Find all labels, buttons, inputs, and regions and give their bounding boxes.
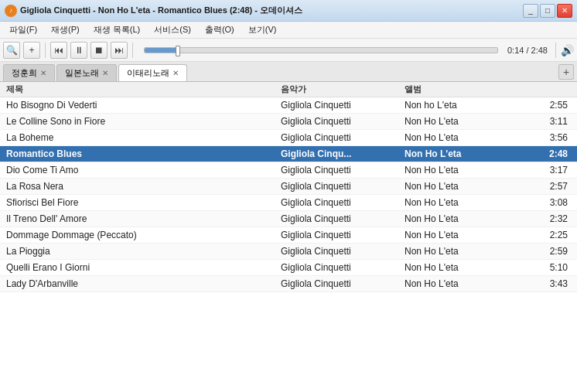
main-content: 제목 음악가 앨범 Ho Bisogno Di VedertiGigliola …	[0, 82, 577, 392]
track-album: Non Ho L'eta	[405, 197, 528, 208]
track-artist: Gigliola Cinquetti	[281, 197, 405, 208]
track-artist: Gigliola Cinquetti	[281, 116, 405, 127]
track-row[interactable]: La BohemeGigliola CinquettiNon Ho L'eta3…	[0, 130, 577, 146]
tab-tab1[interactable]: 정훈희✕	[3, 64, 55, 81]
track-title: Quelli Erano I Giorni	[6, 262, 281, 273]
track-duration: 3:43	[528, 278, 571, 289]
play-button[interactable]: ⏸	[70, 42, 87, 59]
track-row[interactable]: Ho Bisogno Di VedertiGigliola CinquettiN…	[0, 97, 577, 114]
track-artist: Gigliola Cinquetti	[281, 132, 405, 143]
track-album: Non ho L'eta	[405, 100, 528, 111]
time-display: 0:14 / 2:48	[507, 46, 548, 55]
track-duration: 2:48	[528, 148, 571, 159]
track-duration: 3:11	[528, 116, 571, 127]
title-bar: ♪ Gigliola Cinquetti - Non Ho L'eta - Ro…	[0, 0, 577, 22]
header-duration	[528, 84, 571, 95]
track-list[interactable]: 제목 음악가 앨범 Ho Bisogno Di VedertiGigliola …	[0, 82, 577, 392]
tabs-bar: 정훈희✕일본노래✕이태리노래✕+	[0, 62, 577, 82]
track-duration: 3:08	[528, 197, 571, 208]
menu-item-file[interactable]: 파일(F)	[3, 22, 43, 37]
close-button[interactable]: ✕	[557, 4, 572, 18]
track-title: Dio Come Ti Amo	[6, 165, 281, 176]
track-duration: 2:57	[528, 181, 571, 192]
track-title: Ho Bisogno Di Vederti	[6, 100, 281, 111]
track-duration: 3:17	[528, 165, 571, 176]
seek-bar[interactable]	[144, 47, 498, 53]
track-album: Non Ho L'eta	[405, 278, 528, 289]
app-icon: ♪	[5, 5, 17, 17]
header-album: 앨범	[405, 84, 528, 95]
tab-close-tab1[interactable]: ✕	[40, 70, 46, 77]
tab-label-tab1: 정훈희	[12, 67, 37, 79]
tab-close-tab2[interactable]: ✕	[102, 70, 108, 77]
track-list-header: 제목 음악가 앨범	[0, 82, 577, 97]
track-album: Non Ho L'eta	[405, 213, 528, 224]
tab-label-tab3: 이태리노래	[127, 67, 169, 79]
track-row[interactable]: Il Treno Dell' AmoreGigliola CinquettiNo…	[0, 211, 577, 227]
track-artist: Gigliola Cinqu...	[281, 148, 405, 159]
header-title: 제목	[6, 84, 281, 95]
track-duration: 2:32	[528, 213, 571, 224]
track-row[interactable]: Dommage Dommage (Peccato)Gigliola Cinque…	[0, 227, 577, 244]
tab-label-tab2: 일본노래	[65, 67, 99, 79]
track-album: Non Ho L'eta	[405, 262, 528, 273]
track-row[interactable]: Lady D'ArbanvilleGigliola CinquettiNon H…	[0, 276, 577, 292]
progress-thumb[interactable]	[176, 46, 180, 56]
track-row[interactable]: La Rosa NeraGigliola CinquettiNon Ho L'e…	[0, 179, 577, 195]
tab-tab3[interactable]: 이태리노래✕	[118, 64, 187, 81]
add-tab-button[interactable]: +	[558, 64, 574, 80]
track-duration: 3:56	[528, 132, 571, 143]
track-artist: Gigliola Cinquetti	[281, 230, 405, 240]
search-button[interactable]: 🔍	[3, 42, 20, 59]
track-row[interactable]: Dio Come Ti AmoGigliola CinquettiNon Ho …	[0, 162, 577, 179]
separator-2	[132, 43, 133, 58]
add-button[interactable]: +	[23, 42, 40, 59]
track-album: Non Ho L'eta	[405, 230, 528, 240]
track-row[interactable]: La PioggiaGigliola CinquettiNon Ho L'eta…	[0, 244, 577, 260]
next-button[interactable]: ⏭	[111, 42, 128, 59]
window-controls: _ □ ✕	[523, 4, 572, 18]
stop-button[interactable]: ⏹	[90, 42, 108, 59]
track-artist: Gigliola Cinquetti	[281, 100, 405, 111]
track-artist: Gigliola Cinquetti	[281, 181, 405, 192]
menu-item-service[interactable]: 서비스(S)	[148, 22, 197, 37]
track-album: Non Ho L'eta	[405, 132, 528, 143]
track-duration: 5:10	[528, 262, 571, 273]
menu-item-playlist[interactable]: 재생 목록(L)	[87, 22, 147, 37]
track-title: La Pioggia	[6, 246, 281, 257]
track-album: Non Ho L'eta	[405, 181, 528, 192]
separator-1	[45, 43, 46, 58]
track-album: Non Ho L'eta	[405, 148, 528, 159]
minimize-button[interactable]: _	[523, 4, 538, 18]
prev-button[interactable]: ⏮	[50, 42, 67, 59]
toolbar: 🔍 + ⏮ ⏸ ⏹ ⏭ 0:14 / 2:48 🔊	[0, 39, 577, 62]
track-row[interactable]: Le Colline Sono in FioreGigliola Cinquet…	[0, 114, 577, 130]
window-title: Gigliola Cinquetti - Non Ho L'eta - Roma…	[20, 5, 520, 16]
menu-bar: 파일(F)재생(P)재생 목록(L)서비스(S)출력(O)보기(V)	[0, 22, 577, 39]
track-row[interactable]: Sfiorisci Bel FioreGigliola CinquettiNon…	[0, 195, 577, 211]
menu-item-output[interactable]: 출력(O)	[199, 22, 241, 37]
track-album: Non Ho L'eta	[405, 165, 528, 176]
track-title: Sfiorisci Bel Fiore	[6, 197, 281, 208]
track-duration: 2:59	[528, 246, 571, 257]
track-duration: 2:55	[528, 100, 571, 111]
track-title: Romantico Blues	[6, 148, 281, 159]
maximize-button[interactable]: □	[540, 4, 555, 18]
track-title: Le Colline Sono in Fiore	[6, 116, 281, 127]
tab-close-tab3[interactable]: ✕	[172, 70, 179, 77]
menu-item-view[interactable]: 보기(V)	[242, 22, 283, 37]
menu-item-play[interactable]: 재생(P)	[45, 22, 86, 37]
track-row[interactable]: Quelli Erano I GiorniGigliola CinquettiN…	[0, 260, 577, 276]
volume-icon[interactable]: 🔊	[561, 44, 574, 56]
track-artist: Gigliola Cinquetti	[281, 246, 405, 257]
track-artist: Gigliola Cinquetti	[281, 213, 405, 224]
track-title: La Rosa Nera	[6, 181, 281, 192]
tab-tab2[interactable]: 일본노래✕	[56, 64, 117, 81]
track-album: Non Ho L'eta	[405, 246, 528, 257]
track-album: Non Ho L'eta	[405, 116, 528, 127]
track-row[interactable]: Romantico BluesGigliola Cinqu...Non Ho L…	[0, 146, 577, 162]
track-title: Il Treno Dell' Amore	[6, 213, 281, 224]
header-artist: 음악가	[281, 84, 405, 95]
track-title: La Boheme	[6, 132, 281, 143]
track-title: Dommage Dommage (Peccato)	[6, 230, 281, 240]
